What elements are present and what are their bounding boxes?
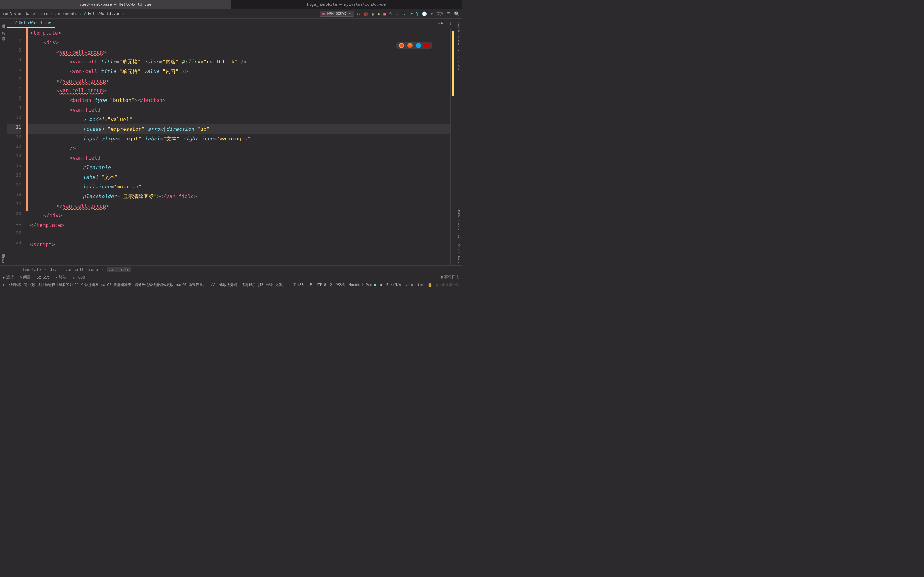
warning-icon: ⊘ — [19, 275, 22, 279]
window-tab-active[interactable]: vue3-vant-base – HelloWorld.vue — [0, 0, 231, 9]
chevron-right-icon: › — [101, 268, 103, 272]
terminal-icon: ▪ — [55, 275, 57, 279]
status-divider: // — [211, 283, 215, 287]
chevron-down-icon: ▾ — [349, 11, 351, 16]
main-area: 项目 结构 学习 收藏夹 npm × V HelloWorld.vue ⚠ 4 … — [0, 19, 462, 266]
history-icon[interactable]: 🕘 — [422, 11, 427, 16]
stop-icon[interactable]: ■ — [383, 11, 386, 16]
breadcrumb-item[interactable]: components — [54, 11, 78, 16]
revert-icon[interactable]: ↶ — [430, 11, 433, 16]
element-breadcrumb: template › div › van-cell-group › van-fi… — [0, 266, 462, 273]
scrollbar[interactable] — [451, 28, 455, 266]
breadcrumb-item[interactable]: src — [41, 11, 48, 16]
close-icon[interactable]: × — [10, 21, 13, 25]
search-icon[interactable]: 🔍 — [454, 11, 459, 16]
tool-problems[interactable]: ⊘问题 — [19, 274, 31, 280]
color-scheme[interactable]: Monokai Pro ● — [349, 283, 376, 287]
rail-item-structure[interactable]: 结构 — [0, 26, 6, 30]
translate-icon[interactable]: 文A — [436, 11, 443, 17]
status-action[interactable]: 修改快捷键 — [220, 282, 237, 287]
file-tab-label: HelloWorld.vue — [19, 21, 51, 25]
chevron-right-icon: › — [122, 11, 124, 16]
rail-item-codota[interactable]: Codota — [456, 55, 461, 72]
run-config-selector[interactable]: ▣ NPM SERVE ▾ — [320, 11, 354, 17]
bottom-tool-tabs: ▶运行 ⊘问题 ⎇Git ▪终端 ☑TODO ⊟事件日志 — [0, 273, 462, 281]
git-label: Git: — [389, 11, 399, 16]
rail-item-npm[interactable]: npm — [1, 255, 6, 266]
chevron-right-icon: › — [60, 268, 62, 272]
indent-info[interactable]: 2 个空格 — [330, 282, 345, 287]
rail-item-learn[interactable]: 学习 — [0, 33, 6, 37]
nav-up-icon[interactable]: ↑ — [445, 21, 447, 26]
coverage-icon[interactable]: ◉ — [372, 11, 374, 16]
safari-icon[interactable] — [416, 43, 421, 48]
play-icon: ▶ — [3, 275, 5, 279]
editor-area: × V HelloWorld.vue ⚠ 4 ↑ ↓ 1234567891011… — [7, 19, 455, 266]
breadcrumb-node-current[interactable]: van-field — [107, 267, 131, 272]
hint-icon: ❖ — [3, 283, 5, 287]
git-icon: ⎇ — [37, 275, 41, 279]
chevron-right-icon: › — [44, 268, 47, 272]
line-ending[interactable]: LF — [307, 283, 312, 287]
breadcrumb-node[interactable]: van-cell-group — [65, 268, 98, 272]
lock-icon[interactable]: 🔒 — [428, 283, 432, 287]
status-message[interactable]: 快捷键冲突：使用块注释进行注释和另外 11 个快捷键与 macOS 快捷键冲突。… — [9, 282, 206, 287]
file-tab[interactable]: × V HelloWorld.vue — [7, 19, 55, 28]
breadcrumb-item[interactable]: vue3-vant-base — [3, 11, 35, 16]
scrollbar-thumb[interactable] — [452, 31, 454, 95]
firefox-icon[interactable] — [407, 43, 413, 48]
code-content[interactable]: <template><div><van-cell-group><van-cell… — [28, 28, 451, 266]
tool-eventlog[interactable]: ⊟事件日志 — [441, 274, 459, 280]
right-tool-rail: Key Promoter X Codota JSON Formatter Wor… — [455, 19, 462, 266]
status-bar: ❖ 快捷键冲突：使用块注释进行注释和另外 11 个快捷键与 macOS 快捷键冲… — [0, 281, 462, 288]
chevron-right-icon: › — [79, 11, 82, 16]
code-editor[interactable]: 1234567891011121314151617181920212223 <t… — [7, 28, 455, 266]
vue-icon: V — [84, 11, 86, 16]
event-icon: ⊟ — [441, 275, 443, 279]
file-tabs: × V HelloWorld.vue ⚠ 4 ↑ ↓ — [7, 19, 455, 28]
toolbar-actions: ▣ NPM SERVE ▾ ↻ 🐞 ◉ ▶ ■ Git: ⎇ ➤ ⤵ 🕘 ↶ 文… — [320, 11, 459, 17]
breadcrumb-item[interactable]: HelloWorld.vue — [88, 11, 120, 16]
warning-badge[interactable]: ⚠ 4 — [438, 21, 443, 25]
window-tab-inactive[interactable]: hbga_h5mobile – myEvaluationDo.vue — [231, 0, 462, 9]
breadcrumb-node[interactable]: template — [23, 268, 41, 272]
chrome-icon[interactable] — [399, 43, 404, 48]
git-branch-icon[interactable]: ⎇ — [402, 11, 407, 16]
settings-icon[interactable]: ☰ — [447, 11, 451, 16]
memory-indicator[interactable]: 5 △/N/A — [386, 283, 401, 287]
play-icon[interactable]: ▶ — [378, 11, 380, 16]
watermark: @掘金技术社区 — [436, 282, 459, 287]
breadcrumb: vue3-vant-base › src › components › V He… — [3, 11, 320, 16]
tool-run[interactable]: ▶运行 — [3, 274, 14, 280]
todo-icon: ☑ — [72, 275, 74, 279]
opera-icon[interactable] — [424, 43, 429, 48]
bug-icon[interactable]: 🐞 — [363, 11, 368, 16]
rail-item-keypromoter[interactable]: Key Promoter X — [456, 20, 461, 53]
rail-item-json[interactable]: JSON Formatter — [456, 207, 461, 241]
rail-item-wordbook[interactable]: Word Book — [456, 242, 461, 266]
editor-inspection: ⚠ 4 ↑ ↓ — [438, 19, 455, 28]
nav-down-icon[interactable]: ↓ — [449, 21, 452, 26]
cursor-position[interactable]: 11:35 — [293, 283, 304, 287]
status-action[interactable]: 不再显示（13 分钟 之前） — [242, 282, 286, 287]
git-push-icon[interactable]: ➤ — [410, 11, 413, 16]
rerun-icon[interactable]: ↻ — [357, 11, 360, 16]
rail-item-project[interactable]: 项目 — [0, 20, 6, 24]
run-config-label: NPM SERVE — [327, 11, 347, 16]
vue-icon: V — [15, 21, 17, 25]
status-dot: ● — [380, 283, 383, 287]
tool-todo[interactable]: ☑TODO — [72, 275, 85, 279]
tool-terminal[interactable]: ▪终端 — [55, 274, 66, 280]
chevron-right-icon: › — [50, 11, 52, 16]
left-tool-rail: 项目 结构 学习 收藏夹 npm — [0, 19, 7, 266]
npm-icon: ▣ — [322, 11, 325, 16]
encoding[interactable]: UTF-8 — [316, 283, 326, 287]
line-gutter: 1234567891011121314151617181920212223 — [7, 28, 26, 266]
toolbar: vue3-vant-base › src › components › V He… — [0, 9, 462, 19]
tool-git[interactable]: ⎇Git — [37, 275, 49, 279]
window-tabs: vue3-vant-base – HelloWorld.vue hbga_h5m… — [0, 0, 462, 9]
git-branch[interactable]: ⎇ master — [405, 283, 424, 287]
breadcrumb-node[interactable]: div — [50, 268, 57, 272]
rail-item-favorites[interactable]: 收藏夹 — [0, 249, 6, 253]
git-pull-icon[interactable]: ⤵ — [416, 11, 418, 16]
